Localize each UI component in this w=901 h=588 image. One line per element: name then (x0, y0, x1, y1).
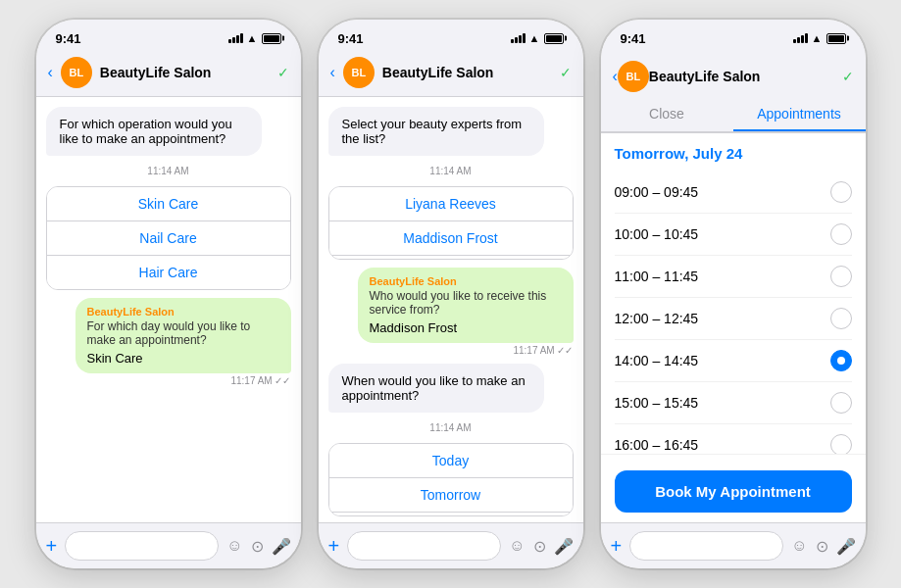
app-name-1: BeautyLife Salon (100, 65, 270, 80)
camera-icon-2[interactable]: ⊙ (533, 537, 546, 556)
input-icons-2: ☺ ⊙ 🎤 (509, 537, 573, 556)
received-msg-1: For which operation would you like to ma… (46, 107, 262, 156)
signal-bars-icon-3 (793, 33, 808, 43)
wifi-icon-3: ▲ (812, 32, 823, 44)
tab-close[interactable]: Close (601, 98, 733, 131)
options-group-2: Liyana Reeves Maddison Frost Dorothy Hic… (328, 186, 574, 260)
sticker-icon-2[interactable]: ☺ (509, 537, 525, 555)
option-today[interactable]: Today (329, 444, 573, 478)
battery-icon (262, 33, 281, 44)
status-bar-3: 9:41 ▲ (601, 20, 866, 51)
time-slot-6: 16:00 – 16:45 (615, 424, 852, 454)
sent-sender-1: BeautyLife Salon (87, 306, 279, 318)
options-group-2b: Today Tomorrow Another Day (328, 443, 574, 516)
sent-block-2: BeautyLife Salon Who would you like to r… (358, 268, 574, 356)
message-input-2[interactable] (347, 531, 501, 561)
verified-icon-2: ✓ (560, 65, 572, 80)
sent-question-1: For which day would you like to make an … (87, 319, 279, 347)
message-input-1[interactable] (65, 531, 219, 561)
time-slot-2: 11:00 – 11:45 (615, 256, 852, 298)
battery-icon-3 (826, 33, 846, 44)
option-tomorrow[interactable]: Tomorrow (329, 478, 573, 513)
sent-meta-2: 11:17 AM ✓✓ (358, 345, 574, 356)
chat-header-1: ‹ BL BeautyLife Salon ✓ (36, 51, 301, 97)
timestamp-2a: 11:14 AM (328, 166, 574, 176)
add-button-1[interactable]: + (46, 535, 58, 558)
chat-body-1: For which operation would you like to ma… (36, 97, 301, 522)
avatar-3: BL (618, 61, 649, 92)
tab-appointments[interactable]: Appointments (733, 98, 866, 131)
message-input-3[interactable] (629, 531, 783, 561)
sent-question-2: Who would you like to receive this servi… (370, 289, 562, 317)
battery-icon-2 (544, 33, 564, 44)
option-another-day[interactable]: Another Day (329, 513, 573, 516)
sent-answer-1: Skin Care (87, 351, 279, 366)
radio-3[interactable] (830, 308, 852, 329)
time-slot-0: 09:00 – 09:45 (615, 172, 852, 214)
timestamp-1: 11:14 AM (46, 166, 291, 176)
received-msg-2: Select your beauty experts from the list… (328, 107, 544, 156)
status-bar-2: 9:41 ▲ (319, 20, 583, 51)
camera-icon[interactable]: ⊙ (251, 537, 264, 556)
verified-icon-3: ✓ (842, 69, 854, 84)
options-group-1: Skin Care Nail Care Hair Care (46, 186, 291, 290)
add-button-3[interactable]: + (611, 535, 623, 558)
option-hair-care[interactable]: Hair Care (47, 256, 290, 289)
time-slot-4: 14:00 – 14:45 (615, 340, 852, 382)
input-icons-3: ☺ ⊙ 🎤 (791, 537, 855, 556)
sent-time-1: 11:17 AM (230, 375, 272, 386)
time-label-1: 10:00 – 10:45 (615, 226, 699, 242)
back-button-1[interactable]: ‹ (48, 64, 53, 81)
mic-icon[interactable]: 🎤 (272, 537, 291, 556)
sent-bubble-1: BeautyLife Salon For which day would you… (75, 298, 291, 373)
option-skin-care[interactable]: Skin Care (47, 187, 290, 221)
book-appointment-button[interactable]: Book My Appointment (615, 470, 852, 513)
add-button-2[interactable]: + (328, 535, 340, 558)
signal-bars-icon-2 (511, 33, 526, 43)
phones-container: 9:41 ▲ ‹ BL BeautyLife Salon ✓ For which… (26, 10, 876, 578)
mic-icon-2[interactable]: 🎤 (554, 537, 574, 556)
phone-3: 9:41 ▲ ‹ BL BeautyLife Salon ✓ Clos (601, 20, 866, 568)
radio-6[interactable] (830, 434, 852, 454)
avatar-2: BL (343, 57, 375, 88)
status-icons-2: ▲ (511, 32, 564, 44)
time-label-2: 11:00 – 11:45 (615, 269, 699, 284)
option-liyana[interactable]: Liyana Reeves (329, 187, 573, 221)
received-msg-2b: When would you like to make an appointme… (328, 364, 544, 413)
time-label-4: 14:00 – 14:45 (615, 353, 699, 368)
camera-icon-3[interactable]: ⊙ (816, 537, 828, 556)
time-slot-3: 12:00 – 12:45 (615, 298, 852, 340)
status-time-2: 9:41 (338, 31, 364, 46)
chat-input-bar-1: + ☺ ⊙ 🎤 (36, 522, 301, 568)
radio-4[interactable] (830, 350, 852, 371)
app-name-2: BeautyLife Salon (382, 65, 552, 80)
status-icons-1: ▲ (228, 32, 281, 44)
radio-2[interactable] (830, 266, 852, 287)
chat-input-bar-2: + ☺ ⊙ 🎤 (319, 522, 583, 568)
chat-header-2: ‹ BL BeautyLife Salon ✓ (319, 51, 583, 97)
option-nail-care[interactable]: Nail Care (47, 221, 290, 256)
time-slot-5: 15:00 – 15:45 (615, 382, 852, 424)
radio-5[interactable] (830, 392, 852, 414)
status-icons-3: ▲ (793, 32, 846, 44)
option-dorothy[interactable]: Dorothy Hicks (329, 256, 573, 260)
appt-nav: ‹ BL BeautyLife Salon ✓ (601, 57, 866, 98)
back-button-2[interactable]: ‹ (330, 64, 335, 81)
timestamp-2b: 11:14 AM (328, 422, 574, 433)
mic-icon-3[interactable]: 🎤 (836, 537, 856, 556)
sent-block-1: BeautyLife Salon For which day would you… (75, 298, 291, 386)
input-icons-1: ☺ ⊙ 🎤 (226, 537, 290, 556)
radio-0[interactable] (830, 181, 852, 203)
wifi-icon: ▲ (247, 32, 258, 44)
wifi-icon-2: ▲ (529, 32, 540, 44)
signal-bars-icon (228, 33, 243, 43)
avatar-1: BL (61, 57, 92, 88)
option-maddison[interactable]: Maddison Frost (329, 221, 573, 256)
appt-footer: Book My Appointment (601, 454, 866, 522)
status-bar-1: 9:41 ▲ (36, 20, 301, 51)
sticker-icon[interactable]: ☺ (226, 537, 242, 555)
time-label-5: 15:00 – 15:45 (615, 395, 699, 411)
sent-time-2: 11:17 AM (513, 345, 554, 356)
radio-1[interactable] (830, 223, 852, 245)
sticker-icon-3[interactable]: ☺ (791, 537, 807, 555)
